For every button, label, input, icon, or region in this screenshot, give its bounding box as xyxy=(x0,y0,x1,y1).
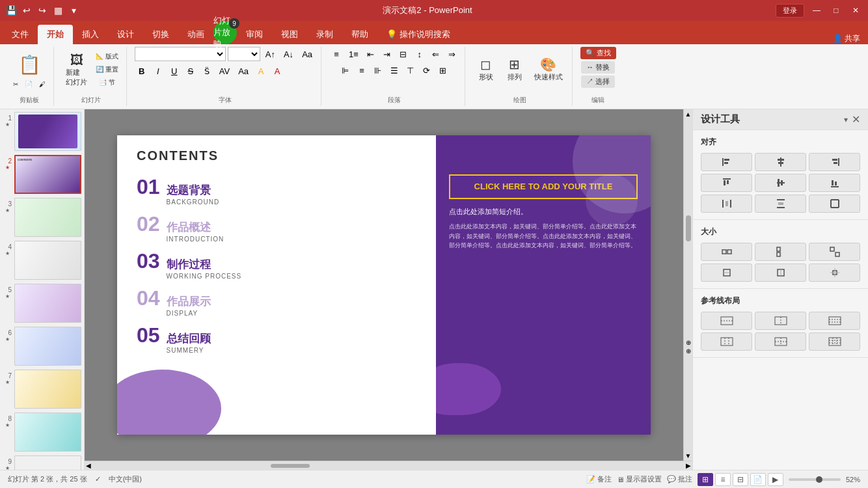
tab-insert[interactable]: 插入 xyxy=(73,25,108,44)
tab-transition[interactable]: 切换 xyxy=(143,25,178,44)
ltr-button[interactable]: ⇒ xyxy=(445,47,459,61)
font-shrink-button[interactable]: A↓ xyxy=(280,47,297,61)
display-settings-button[interactable]: 🖥 显示器设置 xyxy=(617,474,662,484)
shadow-button[interactable]: S̈ xyxy=(200,64,214,78)
comments-button[interactable]: 💬 批注 xyxy=(667,474,692,484)
clear-format-button[interactable]: Aa xyxy=(299,47,316,61)
maximize-button[interactable]: □ xyxy=(829,3,843,18)
cut-button[interactable]: ✂ xyxy=(10,79,21,89)
undo-icon[interactable]: ↩ xyxy=(21,5,33,16)
tab-design[interactable]: 设计 xyxy=(108,25,143,44)
align-left-button[interactable]: ⊫ xyxy=(338,63,353,77)
slide-item-8[interactable]: 8 ★ xyxy=(3,413,81,452)
minimize-button[interactable]: — xyxy=(809,3,824,18)
slide-item-6[interactable]: 6 ★ xyxy=(3,327,81,366)
slide-thumb-3[interactable] xyxy=(14,198,81,237)
copy-button[interactable]: 📄 xyxy=(22,79,35,89)
tab-review[interactable]: 审阅 xyxy=(237,25,272,44)
new-slide-button[interactable]: 🖼 新建幻灯片 xyxy=(62,51,91,90)
reset-button[interactable]: 🔄 重置 xyxy=(93,64,121,75)
align-center-button[interactable]: ≡ xyxy=(355,63,369,77)
scroll-right-button[interactable]: ▶ xyxy=(686,462,691,469)
shapes-button[interactable]: ◻ 形状 xyxy=(473,55,499,85)
tab-home[interactable]: 开始 xyxy=(38,25,73,44)
same-width-button[interactable] xyxy=(701,243,752,261)
slide-canvas[interactable]: CONTENTS 01 选题背景 BACKGROUND xyxy=(117,135,651,435)
canvas-main[interactable]: CONTENTS 01 选题背景 BACKGROUND xyxy=(85,109,683,461)
guide-btn-2[interactable] xyxy=(755,312,806,330)
changecase-button[interactable]: Aa xyxy=(235,64,252,78)
guide-btn-6[interactable] xyxy=(809,332,860,351)
text-direction-button[interactable]: ⟳ xyxy=(420,63,434,77)
guide-btn-1[interactable] xyxy=(701,312,752,330)
align-right-button[interactable] xyxy=(809,153,860,171)
slide-thumb-1[interactable] xyxy=(14,112,81,151)
slide-item-5[interactable]: 5 ★ xyxy=(3,284,81,323)
italic-button[interactable]: I xyxy=(151,64,165,78)
arrange-button[interactable]: ⊞ 排列 xyxy=(502,55,528,85)
share-button[interactable]: 👤 共享 xyxy=(833,33,860,44)
save-icon[interactable]: 💾 xyxy=(5,5,17,16)
align-middle-v-button[interactable] xyxy=(755,174,806,192)
slide-item-1[interactable]: 1 ★ xyxy=(3,112,81,151)
slide-thumb-6[interactable] xyxy=(14,327,81,366)
distribute-v-button[interactable] xyxy=(755,195,806,213)
highlight-button[interactable]: A xyxy=(254,64,268,78)
reading-view-button[interactable]: ▶ xyxy=(768,473,783,486)
fontcolor-button[interactable]: A xyxy=(270,64,284,78)
scroll-thumb-h[interactable] xyxy=(271,464,310,468)
tab-file[interactable]: 文件 xyxy=(3,25,38,44)
slide-thumb-5[interactable] xyxy=(14,284,81,323)
slide-thumb-4[interactable] xyxy=(14,241,81,280)
paste-button[interactable]: 📋 xyxy=(13,51,46,78)
columns-button[interactable]: ⊟ xyxy=(396,47,411,61)
strikethrough-button[interactable]: S xyxy=(183,64,198,78)
resize-button-3[interactable] xyxy=(809,264,860,282)
font-family-select[interactable] xyxy=(135,47,226,61)
tab-help[interactable]: 帮助 xyxy=(342,25,377,44)
replace-button[interactable]: ↔ 替换 xyxy=(581,61,615,74)
login-button[interactable]: 登录 xyxy=(776,4,804,18)
align-center-h-button[interactable] xyxy=(755,153,806,171)
present-icon[interactable]: ▦ xyxy=(52,5,64,16)
outline-view-button[interactable]: ≡ xyxy=(715,473,731,486)
distribute-h-button[interactable] xyxy=(701,195,752,213)
tab-view[interactable]: 视图 xyxy=(272,25,307,44)
same-size-button[interactable] xyxy=(809,243,860,261)
section-button[interactable]: 📑 节 xyxy=(93,77,121,88)
horizontal-scrollbar[interactable]: ◀ ▶ xyxy=(85,461,692,470)
tab-animation[interactable]: 动画 xyxy=(178,25,213,44)
scroll-down-button[interactable]: ▼ xyxy=(685,452,692,459)
rtl-button[interactable]: ⇐ xyxy=(429,47,443,61)
find-button[interactable]: 🔍 查找 xyxy=(580,47,616,59)
numbering-button[interactable]: 1≡ xyxy=(346,47,362,61)
page-up-button[interactable]: ⊕ xyxy=(686,339,691,346)
zoom-thumb[interactable] xyxy=(816,476,822,483)
close-button[interactable]: ✕ xyxy=(848,3,863,18)
align-left-top-button[interactable] xyxy=(701,153,752,171)
format-painter-button[interactable]: 🖌 xyxy=(36,79,48,89)
charspace-button[interactable]: AV xyxy=(216,64,233,78)
select-button[interactable]: ↗ 选择 xyxy=(581,75,615,88)
panel-collapse-button[interactable]: ▾ xyxy=(844,115,848,124)
slide-thumb-7[interactable] xyxy=(14,370,81,409)
resize-button-1[interactable] xyxy=(701,264,752,282)
slide-thumb-8[interactable] xyxy=(14,413,81,452)
more-icon[interactable]: ▾ xyxy=(68,5,79,16)
layout-button[interactable]: 📐 版式 xyxy=(93,51,121,62)
align-more-button[interactable] xyxy=(809,195,860,213)
notes-button[interactable]: 📝 备注 xyxy=(586,474,612,484)
normal-view-button[interactable]: ⊞ xyxy=(698,473,713,486)
underline-button[interactable]: U xyxy=(167,64,182,78)
resize-button-2[interactable] xyxy=(755,264,806,282)
same-height-button[interactable] xyxy=(755,243,806,261)
scroll-thumb-v[interactable] xyxy=(686,215,691,241)
linespace-button[interactable]: ↕ xyxy=(413,47,427,61)
slide-item-4[interactable]: 4 ★ xyxy=(3,241,81,280)
slide-item-2[interactable]: 2 ★ CONTENTS xyxy=(3,155,81,194)
font-grow-button[interactable]: A↑ xyxy=(262,47,278,61)
slide-item-3[interactable]: 3 ★ xyxy=(3,198,81,237)
decrease-indent-button[interactable]: ⇤ xyxy=(364,47,378,61)
tab-record[interactable]: 录制 xyxy=(307,25,342,44)
panel-close-button[interactable]: ✕ xyxy=(852,113,860,126)
